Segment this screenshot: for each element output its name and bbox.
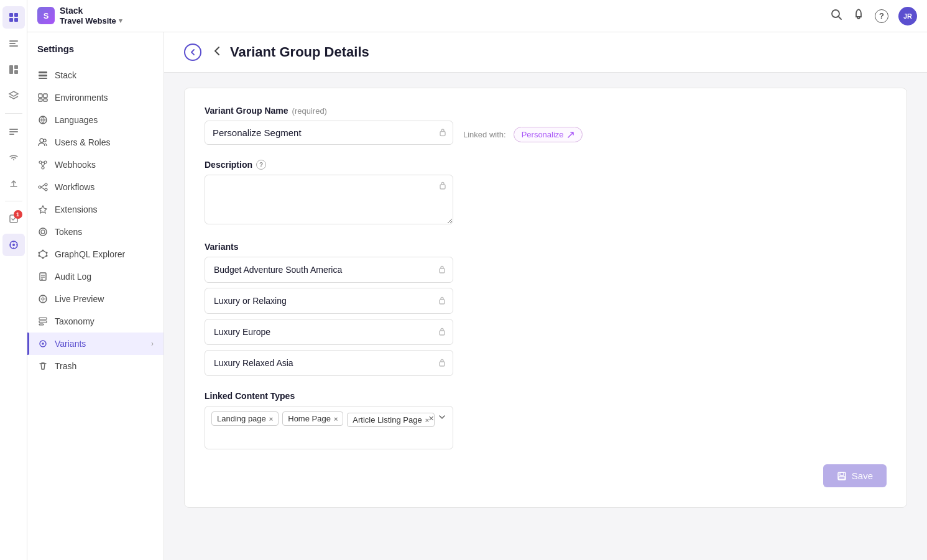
form-card: Variant Group Name (required) Linked wit… <box>184 88 907 508</box>
webhooks-icon <box>37 159 48 170</box>
divider-2 <box>5 201 22 201</box>
sidebar-item-webhooks[interactable]: Webhooks <box>27 154 164 176</box>
description-section: Description ? <box>205 160 887 227</box>
sidebar-item-live-preview[interactable]: Live Preview <box>27 288 164 310</box>
description-label: Description ? <box>205 160 887 170</box>
linked-content-types-label: Linked Content Types <box>205 391 887 401</box>
svg-point-46 <box>39 252 40 254</box>
svg-rect-3 <box>14 18 18 22</box>
svg-rect-12 <box>9 134 14 135</box>
svg-point-34 <box>42 167 44 169</box>
logo[interactable]: S Stack Travel Website ▾ <box>37 6 122 25</box>
sidebar-item-trash[interactable]: Trash <box>27 355 164 377</box>
sidebar-item-variants[interactable]: Variants › <box>27 333 164 355</box>
environments-icon <box>37 92 48 103</box>
variant-item-3[interactable]: Luxury Relaxed Asia <box>205 350 453 376</box>
tasks-icon[interactable] <box>2 208 25 230</box>
upload-icon[interactable] <box>2 172 25 195</box>
modules-icon[interactable] <box>2 58 25 81</box>
svg-rect-28 <box>39 99 42 101</box>
svg-point-13 <box>13 159 14 160</box>
variant-item-1[interactable]: Luxury or Relaxing <box>205 288 453 314</box>
svg-rect-26 <box>39 94 42 98</box>
sidebar-item-graphql[interactable]: GraphQL Explorer <box>27 243 164 265</box>
sidebar-item-tokens[interactable]: Tokens <box>27 221 164 243</box>
sidebar-item-audit-log[interactable]: Audit Log <box>27 265 164 288</box>
sidebar-item-stack[interactable]: Stack <box>27 64 164 86</box>
live-preview-icon <box>37 293 48 305</box>
help-icon[interactable]: ? <box>875 9 888 23</box>
content-area: Variant Group Details Variant Group Name… <box>164 32 927 560</box>
sidebar-item-users-roles[interactable]: Users & Roles <box>27 131 164 154</box>
variant-group-name-label: Variant Group Name (required) <box>205 106 887 116</box>
linked-content-types-section: Linked Content Types Landing page × Home… <box>205 391 887 449</box>
svg-point-38 <box>39 228 47 236</box>
description-textarea[interactable] <box>205 175 453 224</box>
variants-chevron-icon: › <box>151 339 154 348</box>
svg-rect-7 <box>9 65 13 74</box>
svg-rect-27 <box>44 94 47 98</box>
wifi-icon[interactable] <box>2 146 25 168</box>
taxonomy-icon <box>37 316 48 327</box>
svg-rect-29 <box>44 99 47 101</box>
variant-group-name-input[interactable] <box>205 121 453 145</box>
users-roles-icon <box>37 137 48 148</box>
languages-icon <box>37 114 48 126</box>
variant-nav-icon[interactable] <box>2 234 25 256</box>
svg-line-22 <box>839 17 842 20</box>
svg-rect-67 <box>440 362 445 366</box>
svg-rect-0 <box>9 13 13 17</box>
stack-nav-icon <box>37 70 48 81</box>
tokens-icon <box>37 226 48 237</box>
tags-actions: × <box>428 413 446 423</box>
svg-rect-68 <box>838 472 846 480</box>
sidebar-item-workflows[interactable]: Workflows <box>27 176 164 198</box>
svg-rect-64 <box>440 269 445 273</box>
personalize-badge[interactable]: Personalize <box>514 127 583 142</box>
description-lock-icon <box>438 181 447 191</box>
svg-point-35 <box>39 186 41 188</box>
sidebar-item-environments[interactable]: Environments <box>27 86 164 109</box>
layers-icon[interactable] <box>2 85 25 107</box>
tags-dropdown-icon[interactable] <box>438 413 446 423</box>
svg-rect-11 <box>9 131 18 132</box>
tag-article-listing-page: Article Listing Page × <box>347 413 435 427</box>
tags-clear-icon[interactable]: × <box>428 413 434 423</box>
list-icon[interactable] <box>2 32 25 55</box>
sidebar-item-extensions[interactable]: Extensions <box>27 198 164 221</box>
extensions-icon <box>37 204 48 215</box>
variant-lock-1 <box>438 296 446 306</box>
svg-rect-10 <box>9 129 18 130</box>
svg-rect-1 <box>14 13 18 17</box>
back-circle-button[interactable] <box>184 44 201 61</box>
sidebar-item-taxonomy[interactable]: Taxonomy <box>27 310 164 333</box>
svg-rect-24 <box>39 75 47 76</box>
svg-rect-25 <box>39 78 47 79</box>
linked-with-row: Linked with: Personalize <box>463 127 583 142</box>
bell-icon[interactable] <box>852 8 865 24</box>
variant-item-2[interactable]: Luxury Europe <box>205 319 453 345</box>
search-icon[interactable] <box>830 8 842 24</box>
tag-remove-home-page[interactable]: × <box>334 415 338 423</box>
svg-rect-66 <box>440 331 445 335</box>
back-arrow-button[interactable] <box>211 45 223 60</box>
app-dropdown-icon[interactable]: ▾ <box>119 17 122 25</box>
target-icon[interactable] <box>2 120 25 142</box>
sidebar-nav: Stack Environments Languages <box>27 62 164 380</box>
grid-icon[interactable] <box>2 6 25 29</box>
svg-rect-63 <box>440 185 445 189</box>
description-help-icon[interactable]: ? <box>256 160 266 170</box>
tag-remove-landing-page[interactable]: × <box>269 415 273 423</box>
svg-rect-65 <box>440 300 445 304</box>
name-lock-icon <box>438 127 447 138</box>
variant-lock-3 <box>438 358 446 369</box>
sidebar-item-languages[interactable]: Languages <box>27 109 164 131</box>
avatar: JR <box>898 7 917 25</box>
svg-point-45 <box>39 255 40 257</box>
main-area: Settings Stack Environments <box>27 32 927 560</box>
description-input-wrap <box>205 175 453 227</box>
svg-rect-62 <box>440 131 445 135</box>
variant-item-0[interactable]: Budget Adventure South America <box>205 257 453 283</box>
variant-group-name-section: Variant Group Name (required) Linked wit… <box>205 106 887 145</box>
save-button[interactable]: Save <box>823 464 887 487</box>
